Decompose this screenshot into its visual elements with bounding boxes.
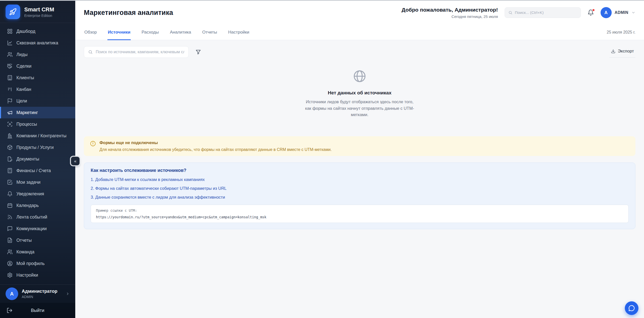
nav-icon [7, 156, 13, 162]
nav-icon [7, 237, 13, 243]
export-button[interactable]: Экспорт [609, 47, 635, 58]
sidebar-item-label: Лиды [16, 52, 28, 57]
sidebar-item-settings[interactable]: Настройки [0, 269, 75, 281]
sidebar-item-label: Дашборд [16, 29, 35, 34]
nav-icon [7, 145, 13, 150]
sidebar-item-label: Мой профиль [16, 261, 45, 266]
sidebar-item-notifications[interactable]: Уведомления [0, 188, 75, 200]
sidebar-item-calendar[interactable]: Календарь [0, 200, 75, 211]
filter-button[interactable] [193, 46, 204, 58]
sources-search-input[interactable] [96, 50, 184, 54]
sidebar-item-companies[interactable]: Компании / Контрагенты [0, 130, 75, 142]
rocket-logo-icon [6, 5, 20, 19]
nav-icon [7, 226, 13, 231]
sidebar-item-communications[interactable]: Коммуникации [0, 223, 75, 234]
sidebar-item-label: Сквозная аналитика [16, 40, 58, 46]
tab-expenses[interactable]: Расходы [141, 24, 159, 40]
sidebar-item-label: Клиенты [16, 75, 34, 81]
nav-icon [7, 75, 13, 81]
sidebar-item-label: Документы [16, 156, 39, 162]
sidebar-item-deals[interactable]: Сделки [0, 60, 75, 72]
sidebar-item-goals[interactable]: Цели [0, 95, 75, 107]
welcome-block: Добро пожаловать, Администратор! Сегодня… [402, 7, 498, 19]
nav-icon [7, 249, 13, 255]
warning-title: Формы еще не подключены [100, 140, 332, 145]
avatar: A [601, 7, 612, 18]
sidebar-item-finances[interactable]: Финансы / Счета [0, 165, 75, 176]
notification-badge [592, 9, 595, 12]
nav-icon [7, 121, 13, 127]
utm-example-block: Пример ссылки с UTM: https://yourdomain.… [91, 205, 629, 223]
profile-role: ADMIN [22, 295, 57, 299]
sidebar-item-team[interactable]: Команда [0, 246, 75, 258]
global-search[interactable] [505, 7, 581, 18]
sidebar-item-dashboard[interactable]: Дашборд [0, 25, 75, 37]
sidebar-item-reports[interactable]: Отчеты [0, 234, 75, 246]
global-search-input[interactable] [515, 10, 577, 15]
sidebar-item-processes[interactable]: Процессы [0, 118, 75, 130]
sidebar-collapse-button[interactable]: « [71, 157, 80, 165]
sidebar-item-analytics[interactable]: Сквозная аналитика [0, 37, 75, 49]
tab-overview[interactable]: Обзор [84, 24, 97, 40]
guide-steps: 1. Добавьте UTM-метки к ссылкам в реклам… [91, 177, 629, 200]
nav-icon [7, 168, 13, 173]
nav-icon [7, 40, 13, 46]
tab-sources[interactable]: Источники [107, 24, 131, 40]
profile-name: Администратор [22, 289, 57, 294]
tab-settings[interactable]: Настройки [228, 24, 250, 40]
nav-icon [7, 261, 13, 266]
page-title: Маркетинговая аналитика [84, 9, 173, 17]
export-label: Экспорт [618, 49, 634, 54]
nav-icon [7, 63, 13, 69]
sidebar-item-documents[interactable]: Документы [0, 153, 75, 165]
nav-icon [7, 272, 13, 278]
sidebar-item-label: Команда [16, 249, 34, 255]
app-logo[interactable]: Smart CRM Enterprise Edition [0, 1, 75, 23]
sidebar-item-label: Настройки [16, 273, 38, 278]
sidebar-item-label: Уведомления [16, 191, 44, 197]
sidebar-item-label: Канбан [16, 87, 31, 92]
sidebar-item-profile[interactable]: Мой профиль [0, 258, 75, 269]
sidebar-item-leads[interactable]: Лиды [0, 49, 75, 60]
sidebar-item-label: Отчеты [16, 238, 32, 243]
logout-button[interactable]: Выйти [0, 303, 75, 318]
sidebar-item-marketing[interactable]: Маркетинг [0, 107, 75, 118]
sidebar: Smart CRM Enterprise Edition Дашборд Скв… [0, 1, 75, 318]
filter-icon [195, 49, 201, 55]
app-title: Smart CRM [24, 6, 54, 13]
sidebar-profile[interactable]: A Администратор ADMIN [0, 284, 75, 303]
report-date: 25 июля 2025 г. [607, 30, 635, 35]
tab-bar: ОбзорИсточникиРасходыАналитикаОтчетыНаст… [75, 24, 644, 40]
sidebar-item-tasks[interactable]: Мои задачи [0, 176, 75, 188]
sidebar-item-kanban[interactable]: Канбан [0, 84, 75, 95]
nav-icon [7, 110, 13, 115]
sidebar-item-label: Лента событий [16, 215, 47, 220]
nav-icon [7, 133, 13, 139]
empty-state-title: Нет данных об источниках [289, 90, 430, 96]
sidebar-item-label: Финансы / Счета [16, 168, 51, 173]
sidebar-item-products[interactable]: Продукты / Услуги [0, 142, 75, 153]
sources-tab-content: Экспорт Нет данных об источниках Источни… [75, 40, 644, 318]
toolbar: Экспорт [84, 46, 635, 58]
empty-state-description: Источники лидов будут отображаться здесь… [305, 99, 414, 118]
utm-example-url: https://yourdomain.ru/?utm_source=yandex… [96, 215, 623, 219]
user-menu[interactable]: A ADMIN [601, 7, 635, 18]
tab-analytics[interactable]: Аналитика [169, 24, 192, 40]
tab-reports[interactable]: Отчеты [202, 24, 218, 40]
search-icon [508, 11, 512, 15]
alert-circle-icon [90, 141, 96, 147]
chevron-right-icon [66, 292, 70, 296]
sidebar-item-label: Продукты / Услуги [16, 145, 54, 150]
notifications-button[interactable] [587, 9, 594, 16]
main-area: Маркетинговая аналитика Добро пожаловать… [75, 1, 644, 318]
sources-search[interactable] [84, 46, 189, 58]
sidebar-item-label: Цели [16, 98, 27, 104]
warning-text: Формы еще не подключены Для начала отсле… [100, 140, 332, 152]
chevron-down-icon [631, 11, 635, 15]
welcome-message: Добро пожаловать, Администратор! [402, 7, 498, 13]
sidebar-item-feed[interactable]: Лента событий [0, 211, 75, 223]
sidebar-nav: Дашборд Сквозная аналитика Лиды Сделки К… [0, 23, 75, 284]
sidebar-item-clients[interactable]: Клиенты [0, 72, 75, 84]
chat-button[interactable] [625, 301, 638, 315]
tabs: ОбзорИсточникиРасходыАналитикаОтчетыНаст… [84, 24, 250, 40]
